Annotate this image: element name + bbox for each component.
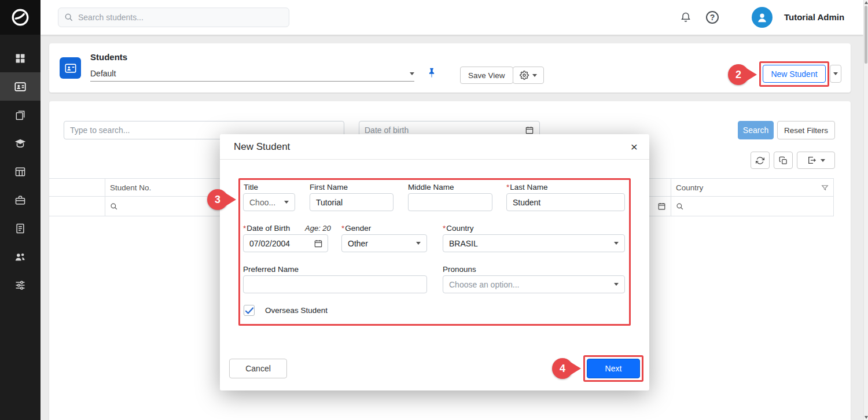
- dob-field[interactable]: [243, 234, 328, 252]
- chevron-down-icon: [614, 283, 619, 286]
- user-name: Tutorial Admin: [784, 0, 844, 35]
- refresh-button[interactable]: [751, 152, 770, 169]
- overseas-checkbox[interactable]: [244, 305, 255, 316]
- sidebar-item-work[interactable]: [0, 186, 41, 214]
- gender-select[interactable]: Other: [341, 234, 427, 252]
- export-icon: [807, 156, 816, 165]
- export-button[interactable]: [797, 152, 835, 169]
- students-module-icon: [60, 57, 81, 79]
- calendar-icon[interactable]: [314, 239, 323, 248]
- sidebar-item-people[interactable]: [0, 242, 41, 271]
- chevron-down-icon: [833, 72, 838, 75]
- pages-icon: [14, 109, 26, 121]
- middle-name-input[interactable]: [408, 193, 492, 211]
- last-name-label: *Last Name: [506, 183, 548, 191]
- dob-label: *Date of Birth: [243, 224, 290, 233]
- pin-icon[interactable]: [425, 67, 439, 82]
- global-search[interactable]: [58, 8, 289, 27]
- sliders-icon: [14, 279, 26, 291]
- briefcase-icon: [14, 194, 26, 206]
- invoice-icon: [14, 223, 26, 234]
- page-header: Students Default Save View New Student: [49, 43, 851, 93]
- middle-name-label: Middle Name: [408, 183, 454, 191]
- global-search-input[interactable]: [78, 13, 283, 22]
- sidebar-item-students[interactable]: [0, 72, 41, 101]
- notifications-button[interactable]: [678, 10, 693, 25]
- dob-input[interactable]: [249, 239, 314, 248]
- first-name-input[interactable]: [310, 193, 393, 211]
- chevron-down-icon: [416, 242, 421, 245]
- save-view-button[interactable]: Save View: [460, 67, 513, 84]
- next-button[interactable]: Next: [587, 359, 640, 378]
- modal-header: New Student ×: [220, 134, 649, 160]
- preferred-name-input[interactable]: [243, 275, 427, 293]
- chevron-down-icon: [614, 242, 619, 245]
- reset-filters-button[interactable]: Reset Filters: [777, 121, 835, 139]
- dob-filter-input[interactable]: [365, 126, 525, 135]
- calendar-icon[interactable]: [657, 202, 666, 211]
- search-icon: [64, 13, 73, 22]
- filter-funnel-icon[interactable]: [821, 184, 829, 191]
- new-student-split-button[interactable]: [830, 65, 841, 83]
- title-label: Title: [244, 183, 258, 191]
- column-header-select: [49, 179, 105, 196]
- new-student-modal: New Student × Title Choo... First Name M…: [220, 134, 649, 390]
- chevron-down-icon: [821, 159, 825, 162]
- help-button[interactable]: ?: [706, 11, 719, 24]
- check-icon: [244, 305, 255, 316]
- column-header-country[interactable]: Country: [671, 179, 834, 196]
- people-icon: [14, 250, 27, 263]
- scroll-up-arrow[interactable]: [865, 1, 868, 4]
- sidebar-item-pages[interactable]: [0, 101, 41, 129]
- copy-button[interactable]: [774, 152, 793, 169]
- student-card-icon: [14, 80, 27, 93]
- app-logo[interactable]: [0, 0, 41, 35]
- question-icon: ?: [710, 13, 715, 22]
- refresh-icon: [756, 156, 764, 165]
- user-avatar[interactable]: [752, 7, 773, 28]
- new-student-button[interactable]: New Student: [763, 65, 826, 83]
- view-selector-value: Default: [90, 69, 116, 78]
- table-icon: [14, 166, 26, 178]
- search-button[interactable]: Search: [738, 121, 774, 139]
- page-scrollbar[interactable]: [863, 0, 868, 420]
- gender-label: *Gender: [341, 224, 371, 233]
- graduation-cap-icon: [14, 137, 27, 150]
- overseas-label: Overseas Student: [265, 306, 328, 315]
- dashboard-icon: [14, 53, 26, 64]
- view-selector[interactable]: Default: [90, 66, 414, 82]
- cancel-button[interactable]: Cancel: [229, 359, 287, 378]
- modal-title: New Student: [234, 141, 290, 153]
- sidebar-item-settings[interactable]: [0, 271, 41, 299]
- close-icon[interactable]: ×: [631, 141, 638, 153]
- person-icon: [756, 11, 768, 24]
- country-filter[interactable]: [671, 197, 834, 216]
- page-title: Students: [90, 52, 127, 62]
- chevron-down-icon: [532, 74, 537, 77]
- scroll-down-arrow[interactable]: [865, 416, 868, 419]
- sidebar-item-invoices[interactable]: [0, 214, 41, 242]
- logo-icon: [10, 8, 30, 27]
- last-name-input[interactable]: [506, 193, 625, 211]
- sidebar: [0, 0, 41, 420]
- first-name-label: First Name: [310, 183, 348, 191]
- search-icon: [676, 202, 684, 211]
- title-select[interactable]: Choo...: [243, 193, 295, 211]
- copy-icon: [779, 156, 788, 165]
- gear-icon: [520, 71, 529, 80]
- chevron-down-icon: [410, 72, 414, 75]
- preferred-name-label: Preferred Name: [243, 265, 299, 274]
- sidebar-item-courses[interactable]: [0, 129, 41, 157]
- sidebar-item-reports[interactable]: [0, 157, 41, 186]
- pronouns-label: Pronouns: [443, 265, 476, 274]
- bell-icon: [680, 12, 692, 23]
- country-label: *Country: [443, 224, 474, 233]
- search-icon: [110, 202, 118, 211]
- scroll-thumb[interactable]: [865, 6, 867, 64]
- topbar: ? Tutorial Admin: [41, 0, 863, 35]
- pronouns-select[interactable]: Choose an option...: [443, 275, 625, 293]
- country-select[interactable]: BRASIL: [443, 234, 625, 252]
- calendar-icon[interactable]: [525, 126, 534, 135]
- sidebar-item-dashboard[interactable]: [0, 44, 41, 72]
- view-settings-button[interactable]: [513, 67, 544, 84]
